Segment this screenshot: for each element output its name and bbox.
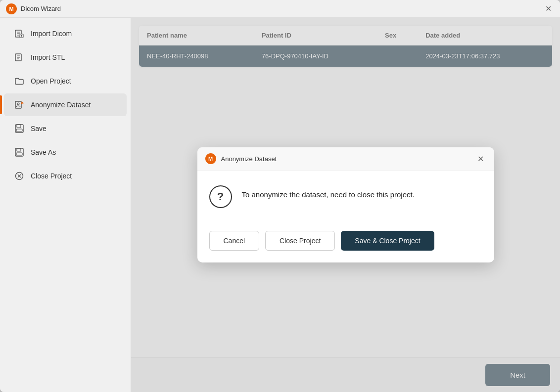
sidebar-label-import-stl: Import STL [31,53,65,61]
window-close-button[interactable]: ✕ [542,3,554,15]
anonymize-icon [14,99,25,110]
title-bar: M Dicom Wizard ✕ [0,0,560,18]
folder-icon [14,76,25,87]
content-area: Patient name Patient ID Sex Date added N… [131,18,560,392]
save-as-icon [14,147,25,158]
dicom-icon [14,28,25,39]
save-close-button[interactable]: Save & Close Project [341,231,434,251]
modal-message: To anonymize the dataset, need to close … [242,185,415,201]
sidebar: Import Dicom Import STL [0,18,131,392]
svg-rect-16 [17,125,21,128]
sidebar-label-save: Save [31,125,47,132]
svg-point-12 [17,103,19,105]
sidebar-item-import-stl[interactable]: Import STL [4,46,127,69]
close-project-button[interactable]: Close Project [265,231,335,251]
sidebar-label-anonymize-dataset: Anonymize Dataset [31,101,91,109]
modal-logo: M [205,153,216,164]
modal-close-button[interactable]: ✕ [475,153,486,164]
sidebar-item-save[interactable]: Save [4,117,127,140]
main-content: Import Dicom Import STL [0,18,560,392]
close-project-icon [14,171,25,181]
modal-title: Anonymize Dataset [221,155,470,163]
svg-rect-17 [16,129,22,131]
app-window: M Dicom Wizard ✕ Impo [0,0,560,392]
anonymize-dialog: M Anonymize Dataset ✕ ? To anonymize the… [197,147,494,262]
save-icon [14,123,25,134]
sidebar-label-close-project: Close Project [31,172,72,180]
sidebar-label-open-project: Open Project [31,77,71,85]
question-icon: ? [209,185,232,208]
svg-rect-20 [16,153,22,155]
sidebar-item-anonymize-dataset[interactable]: Anonymize Dataset [4,93,127,116]
cancel-button[interactable]: Cancel [209,231,260,251]
sidebar-item-open-project[interactable]: Open Project [4,70,127,92]
app-logo: M [6,3,17,14]
modal-footer: Cancel Close Project Save & Close Projec… [197,223,494,262]
sidebar-label-import-dicom: Import Dicom [31,30,72,38]
app-title: Dicom Wizard [21,5,542,12]
modal-overlay: M Anonymize Dataset ✕ ? To anonymize the… [131,18,560,392]
stl-icon [14,52,25,63]
sidebar-item-close-project[interactable]: Close Project [4,165,127,187]
sidebar-item-save-as[interactable]: Save As [4,141,127,164]
svg-rect-19 [17,148,21,151]
sidebar-label-save-as: Save As [31,148,56,156]
modal-body: ? To anonymize the dataset, need to clos… [197,171,494,223]
modal-header: M Anonymize Dataset ✕ [197,147,494,171]
sidebar-item-import-dicom[interactable]: Import Dicom [4,22,127,45]
